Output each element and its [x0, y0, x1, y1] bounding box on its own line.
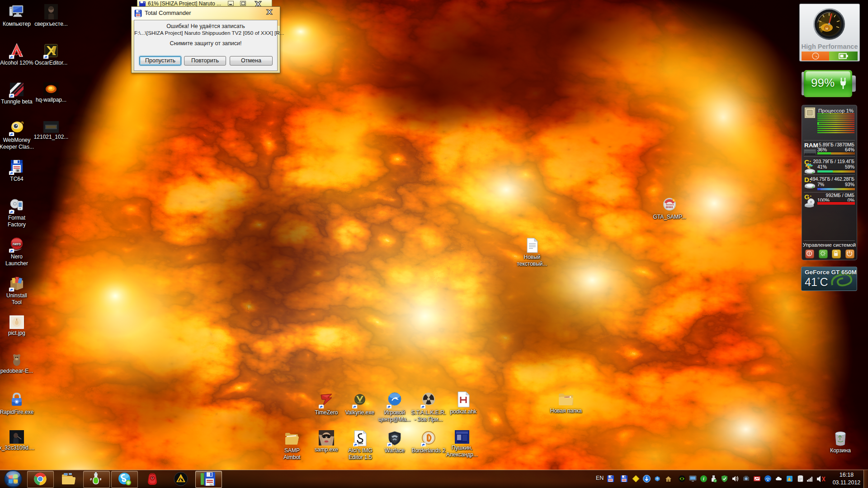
svg-text:p: p — [100, 478, 101, 481]
svg-text:64·: 64· — [210, 483, 213, 486]
svg-text:q: q — [90, 478, 91, 481]
svg-text:nero: nero — [13, 242, 21, 246]
svg-text:64: 64 — [17, 169, 19, 172]
svg-text:H: H — [826, 27, 828, 31]
svg-text:i: i — [703, 476, 704, 481]
